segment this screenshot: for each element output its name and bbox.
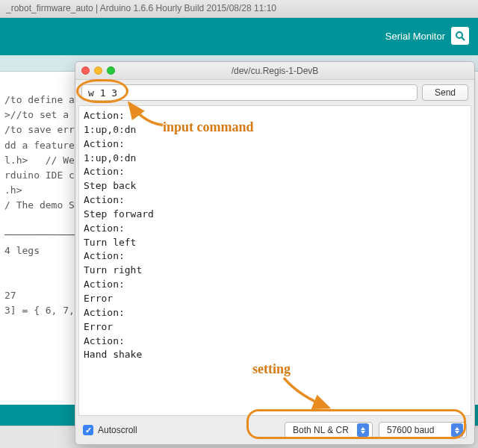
- line-ending-select[interactable]: Both NL & CR: [285, 422, 373, 438]
- monitor-titlebar[interactable]: /dev/cu.Regis-1-DevB: [75, 62, 474, 80]
- line-ending-value: Both NL & CR: [293, 425, 349, 435]
- close-icon[interactable]: [81, 66, 90, 75]
- autoscroll-label: Autoscroll: [98, 425, 137, 435]
- chevron-updown-icon: [357, 423, 369, 437]
- chevron-updown-icon: [451, 423, 463, 437]
- baud-select[interactable]: 57600 baud: [379, 422, 467, 438]
- monitor-title: /dev/cu.Regis-1-DevB: [75, 66, 474, 76]
- window-controls: [81, 66, 115, 75]
- minimize-icon[interactable]: [94, 66, 102, 75]
- ide-titlebar: _robot_firmware_auto | Arduino 1.6.6 Hou…: [0, 0, 478, 18]
- autoscroll-checkbox[interactable]: ✓ Autoscroll: [83, 425, 137, 435]
- svg-line-1: [462, 37, 465, 40]
- serial-monitor-label: Serial Monitor: [385, 31, 445, 42]
- baud-value: 57600 baud: [387, 425, 434, 435]
- magnifier-icon: [451, 27, 469, 45]
- monitor-input-row: Send: [75, 80, 474, 105]
- command-input[interactable]: [81, 84, 418, 101]
- svg-point-0: [456, 32, 462, 38]
- zoom-icon[interactable]: [107, 66, 115, 75]
- monitor-output[interactable]: Action: 1:up,0:dn Action: 1:up,0:dn Acti…: [78, 105, 471, 416]
- send-button[interactable]: Send: [422, 84, 468, 101]
- monitor-bottom-bar: ✓ Autoscroll Both NL & CR 57600 baud: [75, 416, 474, 444]
- serial-monitor-window: /dev/cu.Regis-1-DevB Send Action: 1:up,0…: [75, 61, 475, 445]
- serial-monitor-button[interactable]: Serial Monitor: [385, 27, 469, 45]
- checkmark-icon: ✓: [83, 425, 93, 435]
- ide-toolbar: Serial Monitor: [0, 18, 478, 55]
